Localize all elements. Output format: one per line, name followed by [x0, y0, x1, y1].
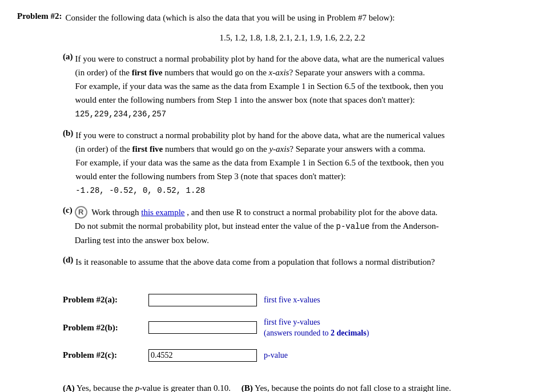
part-d-content: Is it reasonable to assume that the abov… [75, 255, 435, 269]
parts-container: (a) If you were to construct a normal pr… [63, 52, 522, 269]
part-b: (b) If you were to construct a normal pr… [63, 128, 522, 197]
part-b-text4: ? Separate your answers with a comma. [289, 144, 425, 153]
answer-c-input[interactable] [148, 349, 257, 362]
part-b-bold: first five [132, 144, 163, 153]
part-a-text3: numbers that would go on the [164, 68, 267, 77]
part-b-label: (b) [63, 128, 73, 138]
part-a-axis: x-axis [269, 68, 289, 77]
problem-header: Problem #2: Consider the following data … [17, 11, 522, 25]
part-b-example2: would enter the following numbers from S… [75, 172, 345, 181]
part-a-code: 125,229,234,236,257 [75, 110, 167, 119]
answer-c-hint: p-value [264, 350, 288, 361]
part-c-text3: Do not submit the normal probability plo… [75, 221, 334, 231]
answer-c-label: Problem #2(c): [63, 350, 148, 360]
part-c-label: (c) [63, 205, 73, 215]
data-line: 1.5, 1.2, 1.8, 1.8, 2.1, 2.1, 1.9, 1.6, … [63, 31, 522, 45]
opt-b-text: Yes, because the points do not fall clos… [255, 383, 451, 392]
part-c-text5: Darling test into the answer box below. [75, 236, 209, 245]
part-b-text2: (in order) of the [75, 144, 130, 153]
part-a: (a) If you were to construct a normal pr… [63, 52, 522, 120]
answer-a-input[interactable] [148, 294, 257, 306]
opt-a-text: Yes, because the p-value is greater than… [77, 383, 239, 392]
part-c-text2: , and then use R to construct a normal p… [187, 208, 437, 217]
part-a-example2: would enter the following numbers from S… [75, 95, 415, 104]
answer-row-c: Problem #2(c): p-value [63, 349, 522, 362]
answer-b-label: Problem #2(b): [63, 323, 148, 333]
part-c-text4: from the Anderson- [372, 221, 439, 231]
answer-a-hint: first five x-values [264, 294, 320, 306]
part-a-text1: If you were to construct a normal probab… [75, 54, 444, 63]
part-a-content: If you were to construct a normal probab… [75, 52, 444, 120]
part-b-text1: If you were to construct a normal probab… [75, 131, 444, 140]
r-icon: R [75, 206, 87, 219]
opt-a-letter: (A) [63, 383, 75, 392]
opt-b-letter: (B) [242, 383, 253, 392]
part-b-text3: numbers that would go on the [165, 144, 267, 153]
part-b-example1: For example, if your data was the same a… [75, 158, 444, 167]
part-c: (c) R Work through this example , and th… [63, 205, 522, 247]
problem-number: Problem #2: [17, 11, 62, 21]
this-example-link[interactable]: this example [141, 208, 184, 217]
answer-row-a: Problem #2(a): first five x-values [63, 294, 522, 306]
answer-b-hint: first five y-values (answers rounded to … [264, 317, 369, 339]
mc-line-ab: (A) Yes, because the p-value is greater … [63, 381, 522, 392]
mc-options: (A) Yes, because the p-value is greater … [63, 381, 522, 392]
problem-intro: Consider the following data (which is al… [65, 11, 395, 25]
part-d-text: Is it reasonable to assume that the abov… [75, 257, 435, 266]
answer-b-input[interactable] [148, 321, 257, 334]
part-c-content: R Work through this example , and then u… [75, 205, 439, 247]
answer-a-label: Problem #2(a): [63, 295, 148, 305]
part-c-pvalue-code: p-value [336, 222, 369, 231]
part-b-axis: y-axis [269, 144, 289, 153]
part-a-label: (a) [63, 52, 73, 62]
answer-row-b: Problem #2(b): first five y-values (answ… [63, 317, 522, 339]
answer-b-hint2: (answers rounded to 2 decimals) [264, 328, 369, 339]
part-a-text4: ? Separate your answers with a comma. [289, 68, 425, 77]
part-a-example1: For example, if your data was the same a… [75, 82, 444, 91]
part-b-content: If you were to construct a normal probab… [75, 128, 444, 197]
part-d: (d) Is it reasonable to assume that the … [63, 255, 522, 269]
part-d-label: (d) [63, 255, 73, 265]
answer-b-hint1: first five y-values [264, 317, 369, 328]
part-a-bold: first five [132, 68, 163, 77]
part-c-text1: Work through [91, 208, 139, 217]
part-b-code: -1.28, -0.52, 0, 0.52, 1.28 [75, 186, 205, 195]
answers-section: Problem #2(a): first five x-values Probl… [63, 294, 522, 362]
part-a-text2: (in order) of the [75, 68, 130, 77]
